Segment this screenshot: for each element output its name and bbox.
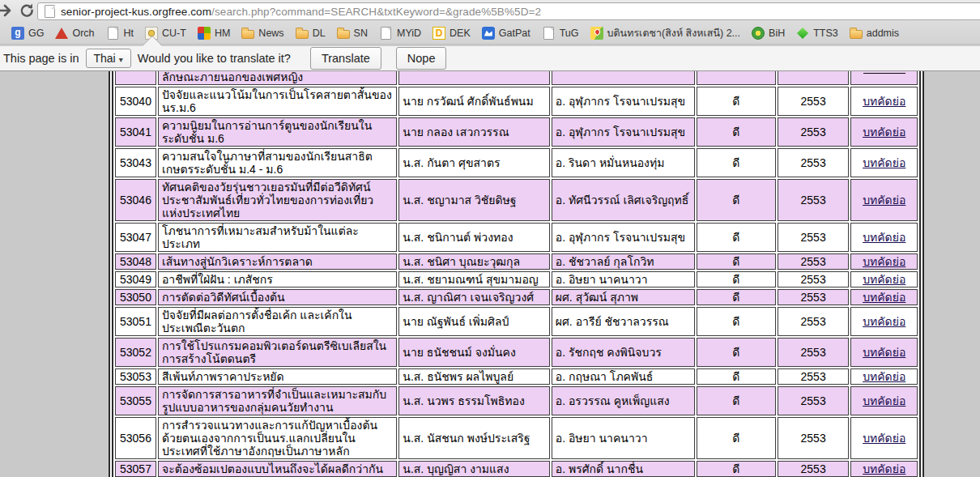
bookmark-item[interactable]: TTS3 bbox=[791, 25, 843, 41]
table-row: 53057 จะต้องซ้อมเปตองแบบไหนถึงจะได้ผลดีก… bbox=[115, 461, 918, 477]
advisor-name-cell: อ. อรวรรณ คูหเพ็ญแสง bbox=[552, 386, 695, 415]
bookmark-item[interactable]: DL bbox=[291, 25, 330, 40]
abstract-link[interactable]: บทคัดย่อ bbox=[863, 315, 905, 328]
abstract-link-cell: บทคัดย่อ bbox=[850, 417, 918, 459]
advisor-name-cell: อ. อุฬุภากร โรจนาเปรมสุข bbox=[552, 117, 695, 147]
table-row: 53046 ทัศนคติของวัยรุ่นชาวเยอรมันที่มีต่… bbox=[115, 179, 918, 221]
grade-cell: ดี bbox=[697, 223, 776, 252]
page-favicon-icon bbox=[45, 5, 55, 18]
abstract-link[interactable]: บทคัดย่อ bbox=[863, 194, 905, 207]
bookmark-item[interactable]: TuG bbox=[537, 25, 584, 41]
nope-button[interactable]: Nope bbox=[396, 47, 447, 70]
student-name-cell bbox=[398, 71, 549, 85]
abstract-link-cell bbox=[850, 71, 918, 85]
bookmark-item[interactable]: News bbox=[236, 25, 288, 40]
project-id-cell: 53043 bbox=[115, 148, 156, 177]
grade-cell: ดี bbox=[697, 307, 776, 336]
bookmark-label: News bbox=[258, 28, 283, 39]
student-name-cell: น.ส. กันตา ศุขสาตร bbox=[398, 148, 549, 177]
abstract-link[interactable]: บทคัดย่อ bbox=[863, 126, 905, 138]
bookmark-item[interactable]: Orch bbox=[50, 25, 99, 40]
project-title-cell: โภชนาการที่เหมาะสมสำหรับม้าในแต่ละประเภท bbox=[158, 223, 397, 252]
advisor-name-cell: อ. อิษยา นาคนาวา bbox=[552, 417, 695, 459]
bookmark-label: TTS3 bbox=[813, 28, 838, 39]
advisor-name-cell: ผศ. สุวัฒน์ สุภาพ bbox=[552, 289, 695, 305]
abstract-link[interactable]: บทคัดย่อ bbox=[863, 156, 905, 169]
advisor-name-cell bbox=[552, 71, 695, 85]
year-cell: 2553 bbox=[778, 417, 850, 459]
abstract-link[interactable]: บทคัดย่อ bbox=[863, 273, 905, 286]
project-title-cell: การใช้โปรแกรมคอมพิวเตอร์ดนตรีซิเบเลียสใน… bbox=[158, 338, 397, 367]
project-title-cell: การตัดต่อวิดีทัศน์เบื้องต้น bbox=[158, 289, 397, 305]
abstract-link[interactable]: บทคัดย่อ bbox=[863, 370, 905, 383]
project-id-cell: 53051 bbox=[115, 307, 156, 336]
project-id-cell: 53052 bbox=[115, 338, 156, 367]
grade-cell: ดี bbox=[697, 271, 776, 287]
abstract-link[interactable]: บทคัดย่อ bbox=[863, 255, 905, 268]
bookmark-item[interactable]: BiH bbox=[747, 25, 790, 41]
abstract-link-cell: บทคัดย่อ bbox=[850, 179, 918, 221]
project-id-cell: 53048 bbox=[115, 253, 156, 270]
url-text: senior-project-kus.orgfree.com/search.ph… bbox=[61, 6, 541, 18]
address-bar[interactable]: senior-project-kus.orgfree.com/search.ph… bbox=[37, 2, 980, 20]
project-title-cell: การจัดการสารอาหารที่จำเป็นและเหมาะสมกับร… bbox=[158, 386, 397, 415]
abstract-link-cell: บทคัดย่อ bbox=[850, 338, 918, 367]
forward-arrow-icon bbox=[0, 9, 15, 21]
bookmark-item[interactable]: SN bbox=[332, 25, 373, 40]
abstract-link-cell: บทคัดย่อ bbox=[850, 289, 918, 305]
student-name-cell: น.ส. ชนิศา บุณยะวุฒกุล bbox=[398, 253, 549, 270]
abstract-link[interactable]: บทคัดย่อ bbox=[863, 291, 905, 304]
translate-infobar: This page is in Thai▾ Would you like to … bbox=[0, 45, 980, 71]
project-title-cell: สีเพ้นท์ภาพราคาประหยัด bbox=[158, 368, 397, 385]
student-name-cell: นาย ธนัชชนม์ จงมั่นคง bbox=[398, 338, 549, 367]
map-pin-icon bbox=[590, 27, 603, 40]
translate-button[interactable]: Translate bbox=[310, 47, 381, 70]
bookmark-item[interactable]: addmis bbox=[845, 25, 904, 40]
translate-message-prefix: This page is in bbox=[3, 52, 79, 65]
year-cell: 2553 bbox=[778, 461, 850, 477]
project-title-cell: ความนิยมในการอ่านการ์ตูนของนักเรียนในระด… bbox=[158, 117, 397, 147]
bookmark-item[interactable]: MYiD bbox=[374, 25, 426, 41]
bookmark-item[interactable]: DEK bbox=[428, 25, 475, 41]
abstract-link[interactable]: บทคัดย่อ bbox=[863, 231, 905, 244]
year-cell: 2553 bbox=[778, 179, 850, 221]
forward-button[interactable] bbox=[0, 2, 15, 20]
advisor-name-cell: อ. อุฬุภากร โรจนาเปรมสุข bbox=[552, 223, 695, 252]
orch-pennant-icon bbox=[55, 28, 68, 39]
bookmark-label: DL bbox=[313, 28, 326, 39]
chevron-down-icon: ▾ bbox=[119, 55, 123, 64]
table-row: 53049 อาชีพที่ใฝ่ฝัน : เภสัชกร น.ส. ชยาม… bbox=[115, 271, 918, 287]
abstract-link-cell: บทคัดย่อ bbox=[850, 307, 918, 336]
project-title-cell: ปัจจัยที่มีผลต่อการตั้งชื่อเค้ก และเค้กใ… bbox=[158, 307, 397, 336]
year-cell: 2553 bbox=[778, 338, 850, 367]
abstract-link[interactable]: บทคัดย่อ bbox=[863, 95, 905, 108]
abstract-link-cell: บทคัดย่อ bbox=[850, 117, 918, 147]
advisor-name-cell: อ. รินดา หมั่นหนองทุ่ม bbox=[552, 148, 695, 177]
reload-button[interactable] bbox=[17, 2, 36, 20]
language-dropdown[interactable]: Thai▾ bbox=[86, 49, 131, 68]
abstract-link[interactable]: บทคัดย่อ bbox=[863, 432, 905, 445]
bookmark-item[interactable]: บดินทรเดชา(สิงห์ สิงหเสนี) 2... bbox=[586, 23, 745, 43]
bookmark-item[interactable]: HM bbox=[193, 25, 235, 41]
bookmark-item[interactable]: GatPat bbox=[477, 25, 535, 41]
abstract-link[interactable]: บทคัดย่อ bbox=[863, 462, 905, 475]
grade-cell: ดี bbox=[697, 148, 776, 177]
table-row: 53047 โภชนาการที่เหมาะสมสำหรับม้าในแต่ละ… bbox=[115, 223, 918, 252]
project-id-cell: 53040 bbox=[115, 87, 156, 116]
bookmark-item[interactable]: GG bbox=[6, 25, 49, 41]
abstract-link[interactable]: บทคัดย่อ bbox=[863, 346, 905, 359]
abstract-link-cell: บทคัดย่อ bbox=[850, 223, 918, 252]
year-cell bbox=[778, 71, 850, 85]
grade-cell: ดี bbox=[697, 179, 776, 221]
project-id-cell: 53057 bbox=[115, 461, 156, 477]
google-icon bbox=[11, 27, 24, 40]
bookmark-item[interactable]: Ht bbox=[101, 25, 139, 41]
folder-icon bbox=[337, 30, 350, 39]
project-title-cell: การสำรวจแนวทางและการแก้ปัญหาเบื้องต้นด้ว… bbox=[158, 417, 397, 459]
bookmark-label: HM bbox=[215, 28, 230, 39]
abstract-link[interactable]: บทคัดย่อ bbox=[863, 394, 905, 407]
folder-icon bbox=[850, 30, 863, 39]
grade-cell: ดี bbox=[697, 461, 776, 477]
student-name-cell: น.ส. ชญามาส วิชัยดิษฐ bbox=[398, 179, 549, 221]
year-cell: 2553 bbox=[778, 223, 850, 252]
